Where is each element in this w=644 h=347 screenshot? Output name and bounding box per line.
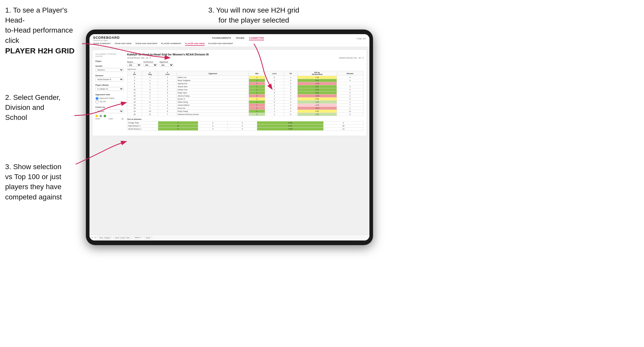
ood-diff: 4.500 (257, 121, 324, 124)
view-original-btn[interactable]: View: Original (98, 236, 112, 239)
cell-rounds: 6 (337, 113, 363, 116)
cell-rounds: 7 (337, 104, 363, 107)
ood-rounds: 2 (323, 121, 363, 124)
cell-win: 0 (249, 82, 265, 85)
instruction-bold: PLAYER H2H GRID (5, 46, 75, 55)
ood-win: 5 (158, 128, 198, 131)
cell-conf: 3 (158, 82, 177, 85)
nav-committee[interactable]: COMMITTEE (249, 37, 264, 40)
ood-loss: 0 (198, 124, 228, 128)
nav-teams[interactable]: TEAMS (236, 37, 244, 40)
region-filter: Region (All) (127, 61, 141, 67)
cell-conf: 3 (158, 104, 177, 107)
cell-conf: 5 (158, 91, 177, 94)
cell-loss: 0 (265, 85, 284, 88)
cell-loss: 1 (265, 94, 284, 98)
cell-win: 0 (249, 94, 265, 98)
sub-nav-player-h2h-heatmap[interactable]: PLAYER H2H HEATMAP (208, 42, 233, 46)
share-btn[interactable]: Share (144, 236, 152, 239)
cell-conf: 4 (158, 85, 177, 88)
cell-tie: 0 (284, 113, 298, 116)
toolbar-undo[interactable]: ↩ (92, 237, 93, 239)
cell-diff: -3.00 (298, 94, 337, 98)
cell-name: Eunice Yi (177, 98, 249, 101)
cell-rounds (337, 82, 363, 85)
cell-div: 18 (127, 107, 142, 110)
division-select[interactable]: NCAA Division III (95, 78, 124, 81)
cell-win: 1 (249, 76, 265, 79)
radio-top100-input[interactable] (95, 100, 99, 103)
sign-out[interactable]: | Sign out (356, 37, 366, 40)
region-select[interactable]: (All) (127, 63, 141, 67)
cell-loss: 0 (265, 101, 284, 104)
grid-panel: Katelyn Vo Head-to-Head Grid for Women's… (127, 53, 364, 133)
sub-nav-player-summary[interactable]: PLAYER SUMMARY (161, 42, 181, 46)
radio-played-option[interactable]: Opponents Played (95, 97, 124, 100)
cell-conf: 1 (158, 76, 177, 79)
region-label: Region (127, 61, 141, 63)
cell-loss: 2 (265, 98, 284, 101)
grid-title: Katelyn Vo Head-to-Head Grid for Women's… (127, 53, 364, 56)
radio-played-input[interactable] (95, 97, 99, 100)
colour-up-label: Up (121, 118, 124, 120)
cell-diff: 1.33 (298, 113, 337, 116)
cell-name: Sharon Mun (177, 85, 249, 88)
cell-diff: 0.38 (298, 98, 337, 101)
cell-win: 2 (249, 113, 265, 116)
cell-div: 9 (127, 85, 142, 88)
gender-select[interactable]: Women's (95, 68, 124, 72)
instruction-bottom-left: 3. Show selection vs Top 100 or just pla… (5, 162, 82, 202)
cell-div: 15 (127, 101, 142, 104)
cell-reg: 6 (142, 88, 158, 91)
sub-nav-team-h2h-heatmap[interactable]: TEAM H2H HEATMAP (135, 42, 158, 46)
ood-tie: 0 (228, 121, 257, 124)
watch-btn[interactable]: Watch ▾ (133, 236, 143, 239)
instruction-top-right: 3. You will now see H2H gridfor the play… (203, 5, 305, 25)
player-rank-select[interactable]: 8. Katelyn Vo (95, 87, 124, 91)
cell-div: 14 (127, 98, 142, 101)
ood-diff: 7.400 (257, 128, 324, 131)
colour-section: Colour by Win/loss Down Level Up (95, 106, 124, 120)
cell-rounds: 2 (337, 107, 363, 110)
cell-conf: 7 (158, 113, 177, 116)
sub-nav-team-h2h-grid[interactable]: TEAM H2H GRID (115, 42, 132, 46)
colour-select[interactable]: Win/loss (95, 109, 124, 113)
cell-name: Heejo Hyun (177, 91, 249, 94)
records-row: Overall Record: 353 - 34 - 6 Division Re… (127, 57, 364, 59)
division-record: Division Record: 331 - 34 - 6 (339, 57, 364, 59)
cell-tie: 1 (284, 76, 298, 79)
cell-reg: 1 (142, 76, 158, 79)
cell-div: 6 (127, 82, 142, 85)
opponent-label: Opponent (159, 61, 174, 63)
table-row: 13 1 1 Jessica Huang 0 1 0 -3.00 2 (127, 94, 364, 98)
sub-nav-player-h2h-grid[interactable]: PLAYER H2H GRID (185, 42, 205, 46)
cell-div: 11 (127, 91, 142, 94)
cell-div: 20 (127, 113, 142, 116)
dot-level (99, 115, 102, 117)
opponent-filter: Opponent (All) (159, 61, 174, 67)
cell-win: 1 (249, 85, 265, 88)
table-row: 9 1 4 Sharon Mun 1 0 0 3.67 3 (127, 85, 364, 88)
instruction-mid-left: 2. Select Gender, Division and School (5, 92, 77, 123)
save-custom-btn[interactable]: Save Custom View (113, 236, 132, 239)
table-row: 16 1 3 Jessica Mason 1 2 0 -0.94 7 (127, 104, 364, 107)
cell-name: Jessica Mason (177, 104, 249, 107)
ood-table-row: NAIA Division 1 15 0 0 9.267 30 (127, 124, 364, 128)
cell-conf: 4 (158, 98, 177, 101)
cell-name: Federica Domecq Lacroze (177, 113, 249, 116)
conference-select[interactable]: (All) (143, 63, 157, 67)
cell-name: Emily Chang (177, 110, 249, 113)
cell-reg: 11 (142, 113, 158, 116)
opponent-select[interactable]: (All) (159, 63, 174, 67)
radio-played-label: Opponents Played (99, 97, 114, 100)
ood-name: Foreign Team (127, 121, 158, 124)
player-rank-section: Player (Rank) 8. Katelyn Vo (95, 84, 124, 91)
player-section: Player (95, 60, 124, 62)
cell-name: Andrea York (177, 88, 249, 91)
cell-win: 1 (249, 91, 265, 94)
sub-nav-team-summary[interactable]: TEAM SUMMARY (93, 42, 111, 46)
radio-top100-option[interactable]: Top 100 (95, 100, 124, 103)
toolbar-redo[interactable]: ↪ (95, 237, 96, 239)
nav-tournaments[interactable]: TOURNAMENTS (212, 37, 231, 40)
cell-loss: 1 (265, 107, 284, 110)
